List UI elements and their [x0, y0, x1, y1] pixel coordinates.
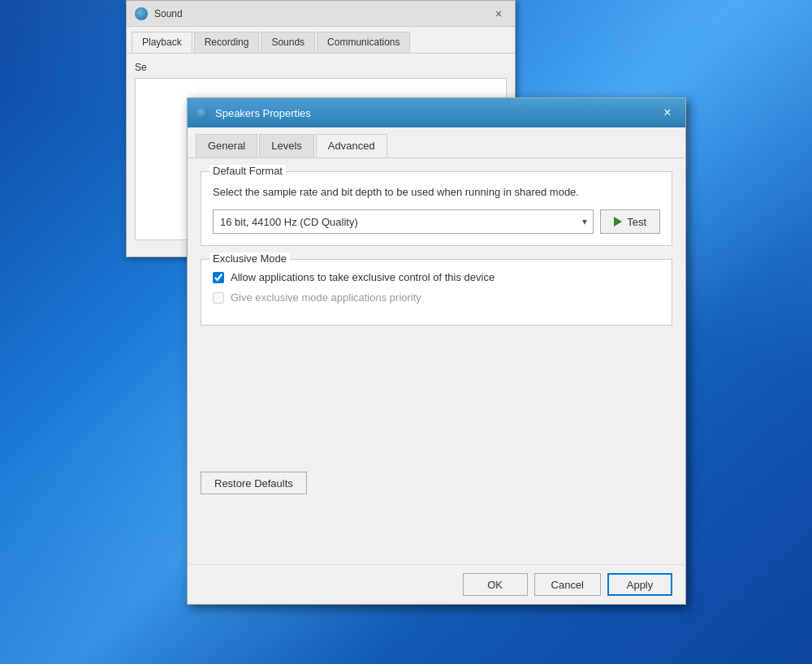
- give-priority-checkbox[interactable]: [213, 292, 224, 304]
- format-select[interactable]: 16 bit, 44100 Hz (CD Quality) 16 bit, 48…: [213, 209, 594, 234]
- dialog-footer: OK Cancel Apply: [188, 564, 685, 604]
- tab-general[interactable]: General: [196, 134, 257, 157]
- cancel-button[interactable]: Cancel: [534, 573, 601, 596]
- default-format-section: Default Format Select the sample rate an…: [201, 171, 672, 246]
- speakers-content: Default Format Select the sample rate an…: [188, 158, 685, 564]
- play-icon: [614, 217, 622, 226]
- allow-exclusive-checkbox[interactable]: [213, 272, 224, 283]
- sound-select-label: Se: [135, 62, 507, 73]
- sound-tabs: Playback Recording Sounds Communications: [127, 27, 515, 54]
- default-format-legend: Default Format: [209, 165, 286, 177]
- speakers-tabs: General Levels Advanced: [188, 127, 685, 158]
- format-select-wrapper[interactable]: 16 bit, 44100 Hz (CD Quality) 16 bit, 48…: [213, 209, 594, 234]
- restore-defaults-button[interactable]: Restore Defaults: [201, 472, 307, 494]
- test-button[interactable]: Test: [600, 209, 660, 234]
- speakers-icon: [196, 106, 209, 119]
- exclusive-mode-section: Exclusive Mode Allow applications to tak…: [201, 259, 672, 326]
- give-priority-row: Give exclusive mode applications priorit…: [213, 291, 660, 304]
- tab-advanced[interactable]: Advanced: [316, 134, 387, 157]
- sound-icon: [135, 7, 148, 20]
- allow-exclusive-row: Allow applications to take exclusive con…: [213, 271, 660, 283]
- ok-button[interactable]: OK: [463, 573, 528, 596]
- speakers-titlebar: Speakers Properties ×: [188, 98, 685, 127]
- format-row: 16 bit, 44100 Hz (CD Quality) 16 bit, 48…: [213, 209, 660, 234]
- tab-recording[interactable]: Recording: [194, 32, 260, 53]
- speakers-dialog: Speakers Properties × General Levels Adv…: [187, 97, 686, 605]
- tab-sounds[interactable]: Sounds: [261, 32, 315, 53]
- tab-levels[interactable]: Levels: [259, 134, 314, 157]
- give-priority-label: Give exclusive mode applications priorit…: [231, 291, 421, 304]
- exclusive-mode-legend: Exclusive Mode: [209, 252, 290, 265]
- sound-dialog-close-button[interactable]: ×: [490, 6, 507, 22]
- tab-communications[interactable]: Communications: [317, 32, 410, 53]
- sound-dialog-title: Sound: [154, 8, 484, 19]
- sound-dialog-titlebar: Sound ×: [127, 1, 515, 27]
- default-format-description: Select the sample rate and bit depth to …: [213, 182, 660, 200]
- apply-button[interactable]: Apply: [607, 573, 672, 596]
- speakers-close-button[interactable]: ×: [658, 103, 677, 123]
- speakers-dialog-title: Speakers Properties: [215, 107, 651, 119]
- tab-playback[interactable]: Playback: [132, 32, 192, 53]
- allow-exclusive-label[interactable]: Allow applications to take exclusive con…: [231, 271, 495, 283]
